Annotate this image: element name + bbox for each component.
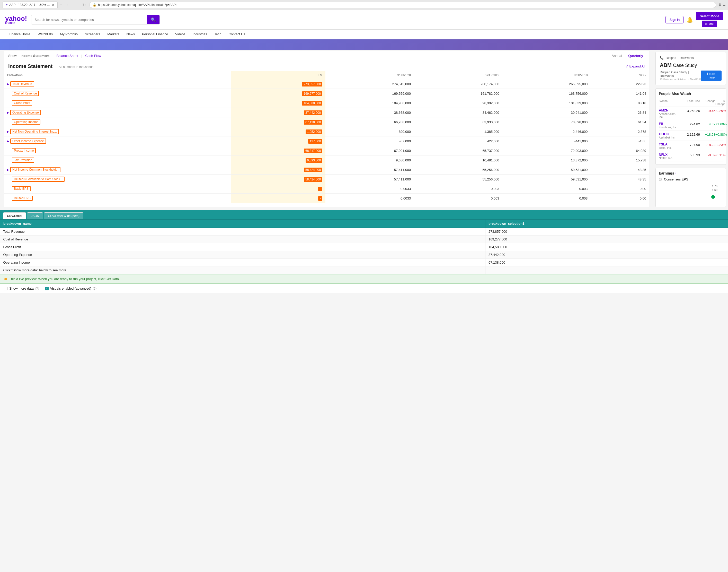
show-more-help-icon[interactable]: ? — [35, 287, 39, 290]
menu-icon[interactable]: ≡ — [723, 3, 725, 7]
paw-symbol-link[interactable]: AMZN — [659, 109, 679, 112]
paw-symbol: NFLX Netflix, Inc. — [659, 153, 679, 160]
expand-row-icon[interactable]: ▶ — [7, 83, 9, 85]
row-value-col-0: 273,857,000 — [231, 79, 325, 89]
row-value-col-2: 260,174,000 — [414, 79, 502, 89]
browser-favicon: Y — [6, 3, 8, 6]
show-more-row[interactable]: Show more data ? — [4, 287, 39, 290]
browser-chrome: Y AAPL 133.20 -2.17 -1.60% : App... × + … — [0, 0, 728, 10]
row-label-cell[interactable]: Diluted EPS — [4, 194, 231, 203]
row-value-col-3: 0.003 — [502, 184, 591, 194]
row-value-col-3: 70,898,000 — [502, 118, 591, 127]
visuals-checkbox[interactable]: ✓ — [45, 287, 49, 290]
row-label-cell[interactable]: Pretax Income — [4, 146, 231, 155]
expand-row-icon[interactable]: ▶ — [7, 168, 9, 171]
nav-screeners[interactable]: Screeners — [81, 29, 104, 39]
nav-personal-finance[interactable]: Personal Finance — [138, 29, 172, 39]
expand-row-icon[interactable]: ▶ — [7, 130, 9, 133]
people-also-watch: People Also Watch Symbol Last Price Chan… — [655, 88, 726, 165]
export-tab-json[interactable]: JSON — [27, 212, 43, 219]
paw-symbol-link[interactable]: FB — [659, 122, 679, 126]
tab-cash-flow[interactable]: Cash Flow — [85, 54, 101, 58]
expand-row-icon[interactable]: ▶ — [7, 111, 9, 114]
export-row-value: 104,580,000 — [485, 243, 728, 251]
row-value-col-4: 48,35 — [591, 165, 649, 174]
nav-industries[interactable]: Industries — [189, 29, 211, 39]
row-value-col-0: 58,424,000 — [231, 165, 325, 174]
ad-content: Dialpad Case Study | RollWorks RollWorks… — [660, 71, 722, 81]
row-value-col-2: 55,256,000 — [414, 174, 502, 184]
paw-company: Netflix, Inc. — [659, 156, 679, 160]
highlighted-value: 127,000 — [308, 139, 322, 144]
paw-symbol: AMZN Amazon.com, Inc. — [659, 109, 679, 119]
earnings-title[interactable]: Earnings › — [659, 171, 723, 175]
row-value-col-4: 48,35 — [591, 174, 649, 184]
nav-watchlists[interactable]: Watchlists — [34, 29, 57, 39]
export-table-row: Click "Show more data" below to see more — [0, 267, 728, 274]
search-bar: 🔍 — [31, 15, 160, 24]
row-value-col-3: 101,839,000 — [502, 98, 591, 108]
period-annual[interactable]: Annual — [610, 53, 624, 58]
nav-contact-us[interactable]: Contact Us — [225, 29, 248, 39]
export-row-name: Gross Profit — [0, 243, 485, 251]
browser-tab[interactable]: Y AAPL 133.20 -2.17 -1.60% : App... × — [3, 2, 58, 8]
download-icon[interactable]: ⬇ — [718, 3, 722, 7]
export-tab-csv-wide[interactable]: CSV/Excel Wide (beta) — [44, 212, 83, 219]
row-label-cell[interactable]: Tax Provision — [4, 155, 231, 165]
learn-more-button[interactable]: Learn more — [701, 71, 722, 81]
nav-tech[interactable]: Tech — [211, 29, 225, 39]
main-content: Show: Income Statement | Balance Sheet |… — [0, 50, 728, 209]
row-label-cell[interactable]: Diluted NI Available to Com Stock... — [4, 174, 231, 184]
row-label-cell[interactable]: Basic EPS — [4, 184, 231, 194]
highlighted-value: 9,893,000 — [306, 158, 322, 163]
notification-bell-icon[interactable]: 🔔 — [686, 17, 693, 23]
paw-symbol-link[interactable]: NFLX — [659, 153, 679, 156]
nav-finance-home[interactable]: Finance Home — [5, 29, 34, 39]
url-bar[interactable]: 🔒 https://finance.yahoo.com/quote/AAPL/f… — [89, 2, 716, 8]
search-button[interactable]: 🔍 — [147, 15, 160, 24]
row-label-cell[interactable]: ▶ Net Income Common Stockhold... — [4, 165, 231, 174]
row-label-cell[interactable]: Cost of Revenue — [4, 89, 231, 98]
row-label-cell[interactable]: ▶ Total Revenue — [4, 79, 231, 89]
tab-close-icon[interactable]: × — [52, 3, 54, 7]
highlighted-value: 68,317,000 — [304, 149, 322, 153]
visuals-row[interactable]: ✓ Visuals enabled (advanced) ? — [45, 287, 96, 290]
paw-symbol-link[interactable]: TSLA — [659, 142, 679, 146]
export-tab-csv[interactable]: CSV/Excel — [3, 212, 26, 219]
tab-balance-sheet[interactable]: Balance Sheet — [57, 54, 78, 58]
ad-subtitle: Dialpad Case Study | RollWorks — [660, 71, 701, 78]
nav-my-portfolio[interactable]: My Portfolio — [56, 29, 81, 39]
nav-news[interactable]: News — [123, 29, 138, 39]
expand-row-icon[interactable]: ▶ — [7, 140, 9, 143]
add-tab-button[interactable]: + — [60, 2, 63, 8]
tab-income-statement[interactable]: Income Statement — [20, 54, 50, 58]
row-label-cell[interactable]: ▶ Other Income Expense — [4, 136, 231, 146]
ad-banner: 📞 Dialpad + RollWorks ABM Case Study Dia… — [655, 52, 726, 85]
row-value-col-4: 61,34 — [591, 118, 649, 127]
search-input[interactable] — [31, 15, 147, 24]
paw-col-price: Last Price — [679, 99, 700, 105]
back-button[interactable]: ← — [64, 2, 72, 8]
financial-table: Breakdown TTM 9/30/2020 9/30/2019 9/30/2… — [4, 71, 649, 203]
refresh-button[interactable]: ↻ — [81, 2, 87, 8]
expand-all-button[interactable]: ⤢ Expand All — [626, 64, 645, 68]
visuals-help-icon[interactable]: ? — [93, 287, 96, 290]
row-label-cell[interactable]: Gross Profit — [4, 98, 231, 108]
nav-videos[interactable]: Videos — [172, 29, 189, 39]
row-label-cell[interactable]: ▶ Operating Expense — [4, 108, 231, 118]
highlighted-value: 273,857,000 — [302, 82, 322, 86]
row-label-cell[interactable]: Operating Income — [4, 118, 231, 127]
forward-button[interactable]: → — [73, 2, 80, 8]
row-value-col-4: 229,23 — [591, 79, 649, 89]
row-label-cell[interactable]: ▶ Net Non Operating Interest Inc... — [4, 127, 231, 136]
paw-title: People Also Watch — [659, 92, 723, 96]
table-row: Gross Profit 104,580,000104,956,00098,39… — [4, 98, 649, 108]
col-2020: 9/30/2020 — [325, 71, 414, 79]
mail-button[interactable]: ✉ Mail — [702, 20, 717, 27]
show-more-checkbox[interactable] — [4, 287, 8, 290]
select-mode-button[interactable]: Select Mode — [696, 12, 723, 20]
sign-in-button[interactable]: Sign in — [665, 16, 683, 23]
period-quarterly[interactable]: Quarterly — [626, 53, 645, 58]
paw-symbol-link[interactable]: GOOG — [659, 132, 679, 136]
nav-markets[interactable]: Markets — [104, 29, 123, 39]
